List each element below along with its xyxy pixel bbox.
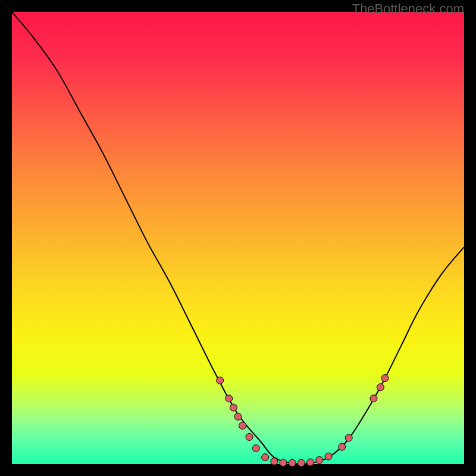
data-marker (226, 395, 233, 402)
data-marker (307, 459, 314, 466)
data-marker (252, 444, 259, 452)
data-marker (230, 404, 237, 411)
data-marker (339, 443, 346, 450)
data-marker (271, 458, 278, 465)
data-marker (325, 453, 332, 460)
data-marker (280, 459, 287, 466)
data-marker (370, 395, 377, 402)
data-marker (234, 413, 242, 420)
data-marker (239, 422, 246, 429)
data-marker (289, 459, 296, 466)
plot-area (12, 12, 464, 464)
data-marker (262, 454, 269, 461)
watermark-text: TheBottleneck.com (352, 1, 464, 17)
data-marker (345, 434, 352, 441)
data-marker (246, 433, 253, 440)
data-marker (381, 375, 389, 382)
data-marker (377, 384, 384, 391)
data-marker (298, 459, 305, 466)
bottleneck-curve (12, 12, 464, 464)
data-marker (217, 377, 224, 384)
chart-frame: TheBottleneck.com (0, 0, 476, 476)
data-marker (316, 456, 323, 464)
curve-svg (12, 12, 464, 464)
